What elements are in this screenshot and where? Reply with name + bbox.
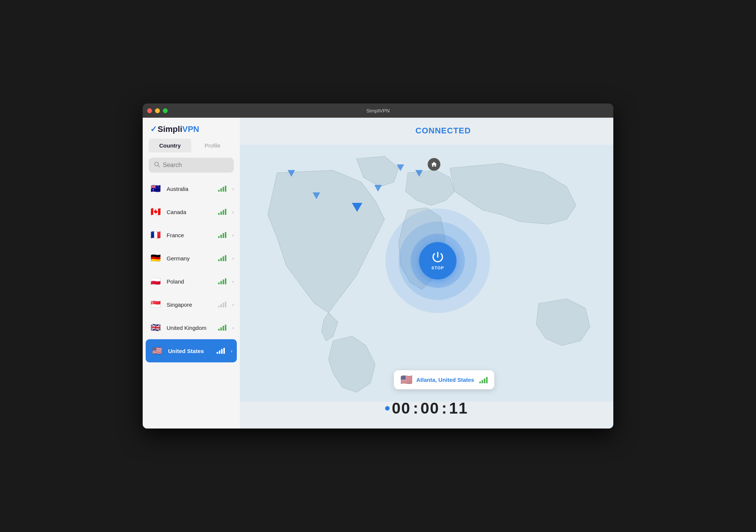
bar3 (223, 210, 224, 215)
stop-button[interactable]: STOP (419, 242, 456, 279)
country-item-australia[interactable]: 🇦🇺 Australia › (143, 177, 240, 200)
bar1 (217, 352, 218, 354)
title-bar: SimpliVPN (143, 103, 613, 118)
stop-label: STOP (431, 266, 444, 270)
logo-text: SimpliVPN (158, 124, 199, 134)
timer-seconds: 11 (449, 399, 468, 417)
bar1 (218, 213, 220, 215)
vpn-marker-2 (397, 164, 404, 171)
country-item-united-states[interactable]: 🇺🇸 United States › (146, 339, 237, 362)
country-name-france: France (167, 232, 214, 238)
country-name-united-states: United States (168, 348, 212, 354)
bar4 (225, 186, 226, 192)
bar3 (223, 187, 224, 192)
traffic-lights (147, 108, 168, 113)
signal-poland (218, 278, 226, 284)
country-item-france[interactable]: 🇫🇷 France › (143, 223, 240, 247)
bar3 (223, 233, 224, 238)
home-pin (428, 158, 440, 171)
country-name-australia: Australia (167, 186, 214, 192)
signal-united-states (217, 348, 225, 354)
bar3 (223, 303, 224, 307)
loc-bar1 (479, 381, 481, 383)
bar3 (223, 256, 224, 261)
bar4 (225, 325, 226, 331)
signal-canada (218, 209, 226, 215)
signal-singapore (218, 301, 226, 307)
bar4 (225, 255, 226, 261)
chevron-icon: › (232, 256, 234, 261)
timer-colon-2: : (441, 399, 447, 417)
flag-australia: 🇦🇺 (149, 182, 162, 195)
search-icon (154, 161, 160, 169)
country-name-singapore: Singapore (167, 301, 214, 308)
tab-profile[interactable]: Profile (191, 139, 234, 153)
power-icon (432, 251, 443, 265)
country-item-germany[interactable]: 🇩🇪 Germany › (143, 247, 240, 270)
bar1 (218, 236, 220, 238)
vpn-marker-3 (415, 170, 423, 177)
bar2 (220, 188, 222, 192)
minimize-button[interactable] (155, 108, 160, 113)
flag-poland: 🇵🇱 (149, 275, 162, 288)
signal-australia (218, 186, 226, 192)
search-box[interactable] (149, 158, 234, 173)
timer-minutes: 00 (421, 399, 440, 417)
bar4 (225, 232, 226, 238)
country-item-united-kingdom[interactable]: 🇬🇧 United Kingdom › (143, 316, 240, 339)
sidebar: ✓ SimpliVPN Country Profile (143, 118, 240, 429)
signal-united-kingdom (218, 325, 226, 331)
bar4 (225, 278, 226, 284)
chevron-icon: › (232, 325, 234, 331)
window-title: SimpliVPN (366, 108, 390, 114)
flag-united-kingdom: 🇬🇧 (149, 321, 162, 334)
timer-colon-1: : (413, 399, 418, 417)
bar1 (218, 259, 220, 261)
signal-germany (218, 255, 226, 261)
tab-country[interactable]: Country (149, 139, 191, 153)
location-badge: 🇺🇸 Atlanta, United States (394, 370, 494, 389)
vpn-marker-active (352, 203, 362, 212)
bar1 (218, 282, 220, 284)
bar4 (225, 209, 226, 215)
app-body: ✓ SimpliVPN Country Profile (143, 118, 613, 429)
bar2 (220, 281, 222, 284)
app-window: SimpliVPN ✓ SimpliVPN Country Profile (143, 103, 613, 429)
country-name-germany: Germany (167, 255, 214, 262)
bar2 (219, 350, 220, 354)
location-text: Atlanta, United States (416, 377, 474, 383)
signal-france (218, 232, 226, 238)
country-item-canada[interactable]: 🇨🇦 Canada › (143, 200, 240, 223)
fullscreen-button[interactable] (163, 108, 168, 113)
chevron-icon: › (232, 209, 234, 215)
timer-dot (385, 406, 390, 411)
bar2 (220, 304, 222, 307)
flag-germany: 🇩🇪 (149, 251, 162, 265)
bar3 (221, 349, 223, 354)
flag-singapore: 🇸🇬 (149, 298, 162, 311)
chevron-icon: › (232, 232, 234, 238)
bar1 (218, 329, 220, 331)
location-flag: 🇺🇸 (400, 374, 412, 386)
map-area: CONNECTED (240, 118, 613, 429)
loc-bar3 (484, 378, 485, 383)
bar2 (220, 211, 222, 215)
country-name-canada: Canada (167, 209, 214, 215)
bar4 (223, 348, 225, 354)
search-input[interactable] (163, 162, 229, 168)
loc-bar4 (486, 377, 487, 383)
bar2 (220, 235, 222, 238)
chevron-icon: › (232, 302, 234, 307)
close-button[interactable] (147, 108, 152, 113)
loc-bar2 (481, 380, 483, 383)
vpn-marker-5 (313, 192, 320, 199)
bar3 (223, 326, 224, 331)
chevron-icon: › (232, 186, 234, 192)
country-item-singapore[interactable]: 🇸🇬 Singapore › (143, 293, 240, 316)
location-signal (479, 377, 487, 383)
svg-line-1 (158, 166, 159, 167)
vpn-marker-4 (374, 185, 382, 192)
country-item-poland[interactable]: 🇵🇱 Poland › (143, 270, 240, 293)
bar2 (220, 258, 222, 261)
bar3 (223, 279, 224, 284)
